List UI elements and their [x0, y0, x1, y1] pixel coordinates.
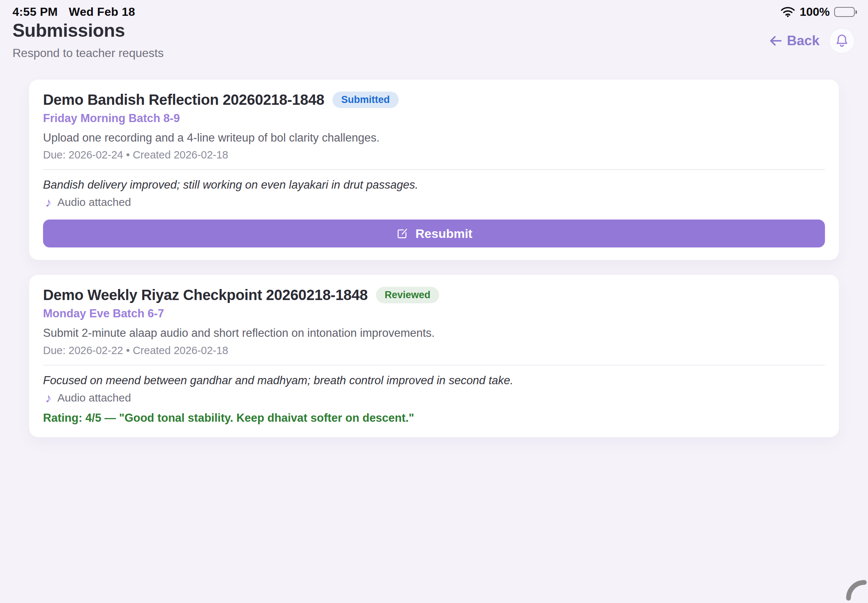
submission-card: Demo Weekly Riyaz Checkpoint 20260218-18… [29, 274, 839, 437]
resubmit-label: Resubmit [416, 226, 473, 241]
status-badge: Submitted [333, 91, 399, 108]
status-badge: Reviewed [376, 287, 439, 303]
status-bar: 4:55 PM Wed Feb 18 100% [0, 0, 868, 19]
edit-square-icon [396, 227, 409, 240]
back-arrow-icon [769, 34, 783, 48]
header: Submissions Respond to teacher requests … [0, 19, 868, 60]
audio-attachment-row: ♪ Audio attached [43, 196, 825, 209]
divider [43, 169, 825, 170]
battery-percent: 100% [800, 5, 830, 19]
music-note-icon: ♪ [45, 196, 51, 209]
status-date: Wed Feb 18 [69, 5, 135, 19]
student-note: Focused on meend between gandhar and mad… [43, 374, 825, 387]
teacher-rating: Rating: 4/5 — "Good tonal stability. Kee… [43, 411, 825, 425]
notifications-button[interactable] [829, 28, 855, 54]
back-label: Back [787, 33, 820, 48]
audio-attached-label: Audio attached [57, 391, 131, 404]
back-button[interactable]: Back [769, 33, 820, 48]
bell-icon [835, 34, 849, 48]
student-note: Bandish delivery improved; still working… [43, 178, 825, 192]
audio-attachment-row: ♪ Audio attached [43, 391, 825, 404]
submission-title: Demo Weekly Riyaz Checkpoint 20260218-18… [43, 286, 368, 303]
assignment-description: Upload one recording and a 4-line writeu… [43, 131, 825, 144]
audio-attached-label: Audio attached [57, 196, 131, 209]
wifi-icon [780, 6, 795, 17]
submissions-list: Demo Bandish Reflection 20260218-1848 Su… [0, 60, 868, 438]
status-time: 4:55 PM [12, 5, 58, 19]
divider [43, 365, 825, 365]
battery-icon [834, 7, 855, 17]
resubmit-button[interactable]: Resubmit [43, 220, 825, 247]
batch-label: Friday Morning Batch 8-9 [43, 112, 825, 125]
submission-title: Demo Bandish Reflection 20260218-1848 [43, 91, 324, 108]
loading-spinner-arc [828, 561, 868, 603]
assignment-description: Submit 2-minute alaap audio and short re… [43, 326, 825, 340]
page-title: Submissions [12, 20, 164, 41]
due-created-line: Due: 2026-02-22 • Created 2026-02-18 [43, 345, 825, 357]
batch-label: Monday Eve Batch 6-7 [43, 307, 825, 320]
page-subtitle: Respond to teacher requests [12, 46, 164, 60]
due-created-line: Due: 2026-02-24 • Created 2026-02-18 [43, 149, 825, 161]
music-note-icon: ♪ [45, 391, 51, 404]
submission-card: Demo Bandish Reflection 20260218-1848 Su… [29, 79, 839, 260]
